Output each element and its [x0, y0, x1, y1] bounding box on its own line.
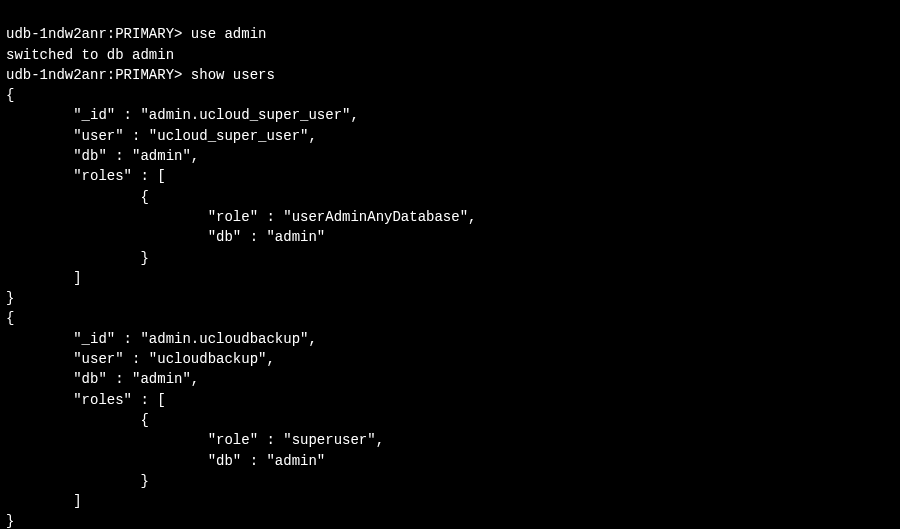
terminal-line: {: [6, 189, 149, 205]
terminal-line: "db" : "admin": [6, 229, 325, 245]
terminal-line: "_id" : "admin.ucloud_super_user",: [6, 107, 359, 123]
terminal-line: switched to db admin: [6, 47, 174, 63]
terminal-line: ]: [6, 270, 82, 286]
terminal-line: "roles" : [: [6, 392, 166, 408]
terminal-line: ]: [6, 493, 82, 509]
terminal-line: "_id" : "admin.ucloudbackup",: [6, 331, 317, 347]
terminal-line: }: [6, 513, 14, 529]
terminal-line: "user" : "ucloud_super_user",: [6, 128, 317, 144]
terminal-line: "db" : "admin",: [6, 371, 199, 387]
terminal-line: "db" : "admin",: [6, 148, 199, 164]
terminal-line: {: [6, 87, 14, 103]
terminal-line: "role" : "userAdminAnyDatabase",: [6, 209, 476, 225]
terminal-line: }: [6, 473, 149, 489]
terminal-line: udb-1ndw2anr:PRIMARY> show users: [6, 67, 275, 83]
terminal-line: {: [6, 412, 149, 428]
terminal-line: "db" : "admin": [6, 453, 325, 469]
terminal-line: {: [6, 310, 14, 326]
terminal-line: }: [6, 290, 14, 306]
terminal-output[interactable]: udb-1ndw2anr:PRIMARY> use admin switched…: [0, 0, 900, 529]
terminal-line: udb-1ndw2anr:PRIMARY> use admin: [6, 26, 266, 42]
terminal-line: "user" : "ucloudbackup",: [6, 351, 275, 367]
terminal-line: "roles" : [: [6, 168, 166, 184]
terminal-line: "role" : "superuser",: [6, 432, 384, 448]
terminal-line: }: [6, 250, 149, 266]
